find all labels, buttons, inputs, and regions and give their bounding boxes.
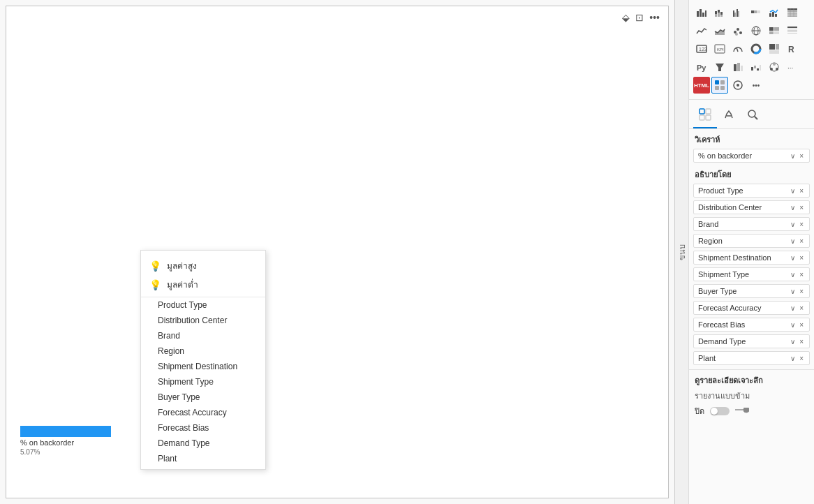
menu-forecast-bias[interactable]: Forecast Bias	[141, 420, 265, 436]
bar-chart-icon[interactable]	[693, 4, 710, 21]
more-options-icon[interactable]: •••	[649, 12, 660, 23]
field-fb-chevron[interactable]: ∨	[789, 321, 797, 329]
treemap-icon[interactable]	[766, 40, 783, 57]
table-viz-icon[interactable]	[784, 4, 801, 21]
low-value-item[interactable]: 💡 มูลค่าต่ำ	[141, 275, 265, 294]
ribbon-icon[interactable]	[730, 59, 746, 75]
svg-rect-11	[734, 13, 736, 17]
map1-icon[interactable]	[748, 22, 764, 39]
gauge-icon[interactable]	[730, 40, 746, 57]
field-dt-chevron[interactable]: ∨	[789, 338, 797, 346]
menu-forecast-accuracy[interactable]: Forecast Accuracy	[141, 405, 265, 420]
lightbulb-low-icon: 💡	[149, 279, 161, 290]
menu-region[interactable]: Region	[141, 343, 265, 359]
field-brand-chevron[interactable]: ∨	[789, 221, 797, 228]
card-icon[interactable]: 123	[693, 40, 710, 57]
html-icon[interactable]: HTML	[693, 77, 710, 94]
field-plant-chevron[interactable]: ∨	[789, 355, 797, 362]
100bar-icon[interactable]	[748, 4, 764, 21]
field-brand-label: Brand	[698, 220, 718, 228]
field-forecast-accuracy[interactable]: Forecast Accuracy ∨ ×	[693, 301, 810, 315]
menu-product-type[interactable]: Product Type	[141, 297, 265, 313]
svg-rect-14	[751, 10, 754, 13]
menu-shipment-type[interactable]: Shipment Type	[141, 374, 265, 390]
field-bt-chevron[interactable]: ∨	[789, 288, 797, 295]
clustered-bar-icon[interactable]	[730, 4, 746, 21]
tab-fields[interactable]	[693, 104, 717, 128]
python-icon[interactable]: Py	[693, 59, 710, 75]
field-pt-close[interactable]: ×	[798, 187, 805, 195]
field-brand[interactable]: Brand ∨ ×	[693, 217, 810, 231]
field-region-chevron[interactable]: ∨	[789, 237, 797, 245]
filter-icon[interactable]: ⬙	[622, 12, 630, 23]
svg-point-73	[737, 84, 739, 87]
donut-icon[interactable]	[748, 40, 764, 57]
svg-point-79	[748, 110, 755, 117]
field-dc-chevron[interactable]: ∨	[789, 204, 797, 212]
map2-icon[interactable]	[766, 22, 783, 39]
matrix-icon[interactable]	[784, 22, 801, 39]
field-fb-close[interactable]: ×	[798, 321, 805, 329]
field-dist-center[interactable]: Distribution Center ∨ ×	[693, 200, 810, 214]
field-bt-close[interactable]: ×	[798, 288, 805, 295]
svg-rect-3	[705, 10, 706, 17]
field-plant[interactable]: Plant ∨ ×	[693, 351, 810, 365]
field-product-type[interactable]: Product Type ∨ ×	[693, 184, 810, 198]
waterfall-icon[interactable]	[748, 59, 764, 75]
more-viz-icon[interactable]: •••	[748, 77, 764, 94]
svg-rect-34	[769, 27, 774, 31]
value-field-row[interactable]: % on backorder ∨ ×	[693, 149, 810, 163]
field-region[interactable]: Region ∨ ×	[693, 234, 810, 248]
field-st-close[interactable]: ×	[798, 271, 805, 279]
field-region-close[interactable]: ×	[798, 237, 805, 245]
focus-icon[interactable]: ⊡	[635, 12, 644, 23]
field-demand-type[interactable]: Demand Type ∨ ×	[693, 334, 810, 348]
circle-viz-icon[interactable]	[730, 77, 746, 94]
custom1-icon[interactable]	[766, 59, 783, 75]
menu-shipment-destination[interactable]: Shipment Destination	[141, 359, 265, 374]
line-bar-icon[interactable]	[766, 4, 783, 21]
value-field-chevron[interactable]: ∨	[789, 152, 797, 160]
bar-item: % on backorder 5.07%	[20, 426, 111, 456]
svg-rect-56	[734, 64, 737, 71]
field-shipment-dest[interactable]: Shipment Destination ∨ ×	[693, 251, 810, 265]
grid-viz-icon[interactable]	[711, 77, 728, 94]
field-plant-close[interactable]: ×	[798, 355, 805, 362]
context-menu-fields-section: Product Type Distribution Center Brand R…	[141, 297, 265, 466]
field-buyer-type[interactable]: Buyer Type ∨ ×	[693, 284, 810, 298]
field-sd-chevron[interactable]: ∨	[789, 254, 797, 262]
scatter-chart-icon[interactable]	[730, 22, 746, 39]
menu-buyer-type[interactable]: Buyer Type	[141, 390, 265, 405]
r-script-icon[interactable]: R	[784, 40, 801, 57]
svg-rect-17	[769, 13, 771, 17]
toggle-switch[interactable]	[710, 407, 730, 415]
panel-collapse-handle[interactable]: ขนบ	[674, 0, 688, 504]
svg-rect-58	[741, 66, 743, 71]
field-brand-close[interactable]: ×	[798, 221, 805, 228]
tab-format[interactable]	[717, 104, 741, 128]
field-fa-chevron[interactable]: ∨	[789, 304, 797, 312]
menu-brand[interactable]: Brand	[141, 328, 265, 343]
menu-plant[interactable]: Plant	[141, 451, 265, 466]
line-chart-icon[interactable]	[693, 22, 710, 39]
menu-distribution-center[interactable]: Distribution Center	[141, 313, 265, 328]
panel-tabs	[689, 100, 814, 129]
field-sd-close[interactable]: ×	[798, 254, 805, 262]
menu-demand-type[interactable]: Demand Type	[141, 436, 265, 451]
stacked-bar-icon[interactable]	[711, 4, 728, 21]
high-value-item[interactable]: 💡 มูลค่าสูง	[141, 256, 265, 275]
field-pt-chevron[interactable]: ∨	[789, 187, 797, 195]
field-dt-close[interactable]: ×	[798, 338, 805, 346]
svg-rect-5	[715, 11, 717, 14]
kpi-icon[interactable]: KPI	[711, 40, 728, 57]
field-st-chevron[interactable]: ∨	[789, 271, 797, 279]
field-shipment-type[interactable]: Shipment Type ∨ ×	[693, 267, 810, 281]
area-chart-icon[interactable]	[711, 22, 728, 39]
tab-analytics[interactable]	[741, 104, 764, 128]
field-dc-close[interactable]: ×	[798, 204, 805, 212]
field-fa-close[interactable]: ×	[798, 304, 805, 312]
custom2-icon[interactable]: ···	[784, 59, 801, 75]
funnel-icon[interactable]	[711, 59, 728, 75]
field-forecast-bias[interactable]: Forecast Bias ∨ ×	[693, 318, 810, 332]
value-field-close[interactable]: ×	[798, 152, 805, 160]
